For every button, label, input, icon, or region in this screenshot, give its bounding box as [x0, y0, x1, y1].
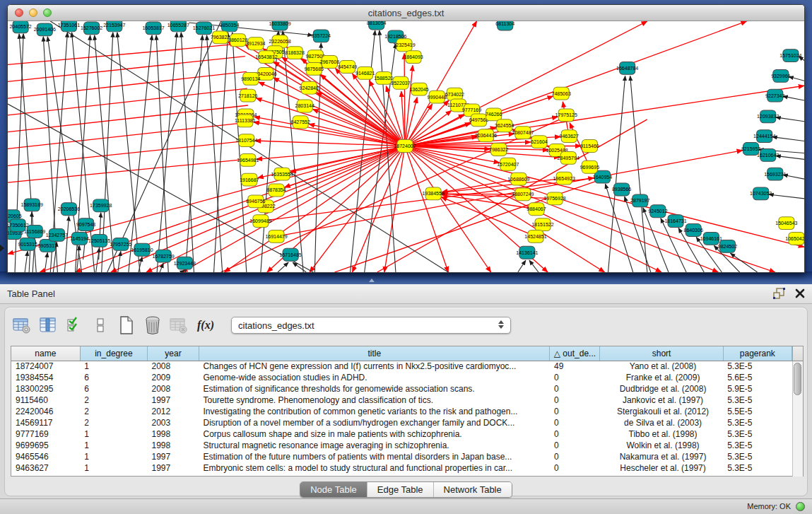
table-cell[interactable]: 22420046: [11, 406, 80, 417]
row-boxes-button[interactable]: [90, 315, 110, 335]
row-check-button[interactable]: [64, 315, 84, 335]
table-cell[interactable]: 5.3E-5: [723, 428, 792, 440]
graph-node[interactable]: 1864093: [404, 51, 423, 64]
table-cell[interactable]: 1: [80, 361, 147, 372]
graph-edge[interactable]: [317, 92, 405, 146]
table-cell[interactable]: 2: [80, 395, 147, 406]
graph-node[interactable]: 9990448: [428, 90, 447, 103]
graph-node[interactable]: 12444154: [753, 130, 775, 143]
table-cell[interactable]: 0: [550, 451, 600, 462]
table-cell[interactable]: Changes of HCN gene expression and I(f) …: [199, 361, 550, 372]
table-cell[interactable]: 1: [80, 428, 147, 440]
table-row[interactable]: 1830029562008Estimation of significance …: [11, 383, 792, 395]
table-cell[interactable]: 2008: [148, 361, 199, 372]
graph-node[interactable]: 12923448: [174, 257, 196, 269]
graph-node[interactable]: 11113381: [235, 115, 256, 127]
table-cell[interactable]: 1: [80, 462, 147, 474]
graph-edge[interactable]: [25, 251, 28, 272]
table-cell[interactable]: Structural magnetic resonance image aver…: [199, 440, 550, 451]
graph-node[interactable]: 1145194: [70, 232, 89, 245]
graph-edge[interactable]: [314, 43, 321, 272]
graph-edge[interactable]: [776, 156, 804, 159]
graph-node[interactable]: 16543812: [255, 51, 277, 64]
tab-network-table[interactable]: Network Table: [434, 482, 512, 497]
column-header-name[interactable]: name: [11, 346, 80, 361]
graph-edge[interactable]: [278, 262, 288, 272]
graph-edge[interactable]: [518, 260, 526, 272]
table-row[interactable]: 1872400712008Changes of HCN gene express…: [11, 361, 792, 372]
table-cell[interactable]: 0: [550, 406, 600, 417]
table-cell[interactable]: Tibbo et al. (1998): [600, 428, 723, 440]
graph-node[interactable]: 8454749: [338, 61, 357, 74]
column-header-title[interactable]: title: [199, 346, 550, 361]
graph-node[interactable]: 17359928: [90, 199, 112, 212]
graph-node[interactable]: 16353554: [271, 168, 293, 180]
network-window[interactable]: citations_edges.txt 18724007204055722009…: [7, 4, 805, 273]
table-cell[interactable]: 14569117: [11, 417, 80, 428]
table-row[interactable]: 911546021997Tourette syndrome. Phenomeno…: [11, 395, 792, 406]
table-cell[interactable]: 5.9E-5: [723, 383, 792, 395]
table-cell[interactable]: Investigating the contribution of common…: [199, 406, 550, 417]
graph-node[interactable]: 9463627: [560, 130, 579, 143]
table-cell[interactable]: 19384554: [11, 372, 80, 383]
graph-node[interactable]: 8860128: [228, 34, 247, 47]
graph-node[interactable]: 9227343: [765, 89, 784, 102]
graph-edge[interactable]: [107, 21, 221, 272]
graph-edge[interactable]: [233, 33, 247, 272]
table-cell[interactable]: 5.3E-5: [723, 395, 792, 406]
table-cell[interactable]: 2009: [148, 372, 199, 383]
graph-node[interactable]: 8522037: [391, 76, 410, 89]
side-panel-handle-icon[interactable]: [0, 245, 4, 252]
table-cell[interactable]: 2: [80, 417, 147, 428]
table-cell[interactable]: 9115460: [11, 395, 80, 406]
graph-node[interactable]: 8813054: [367, 21, 386, 30]
graph-edge[interactable]: [284, 146, 405, 188]
graph-node[interactable]: 14524851: [524, 230, 546, 243]
table-cell[interactable]: 49: [550, 361, 600, 372]
graph-node[interactable]: 9875685: [305, 63, 324, 76]
graph-node[interactable]: 22153947: [103, 21, 125, 32]
graph-node[interactable]: 8938566: [612, 183, 631, 196]
table-cell[interactable]: 18300295: [11, 383, 80, 395]
column-header-in_degree[interactable]: in_degree: [80, 346, 147, 361]
graph-edge[interactable]: [630, 76, 647, 272]
graph-node[interactable]: 20091406: [34, 23, 56, 36]
graph-node[interactable]: 20206536: [58, 203, 80, 216]
graph-edge[interactable]: [259, 82, 405, 146]
graph-node[interactable]: 8215953: [741, 143, 760, 156]
graph-edge[interactable]: [769, 194, 804, 199]
table-cell[interactable]: 1997: [148, 451, 199, 462]
graph-node[interactable]: 16099489: [249, 215, 271, 228]
graph-node[interactable]: 19384554: [423, 187, 445, 200]
table-cell[interactable]: 6: [80, 372, 147, 383]
graph-edge[interactable]: [206, 35, 222, 272]
graph-node[interactable]: 9115460: [580, 140, 599, 153]
graph-node[interactable]: 9245012: [648, 205, 667, 218]
graph-node[interactable]: 2879197: [630, 194, 649, 207]
table-cell[interactable]: Tourette syndrome. Phenomenology and cla…: [199, 395, 550, 406]
graph-node[interactable]: 8427552: [291, 116, 310, 129]
graph-edge[interactable]: [181, 33, 194, 272]
table-cell[interactable]: 1997: [148, 395, 199, 406]
panel-divider-grip-icon[interactable]: [369, 279, 375, 282]
table-cell[interactable]: 5.6E-5: [723, 372, 792, 383]
graph-node[interactable]: 16946161: [700, 232, 722, 245]
graph-node[interactable]: 7963822: [211, 31, 230, 44]
table-cell[interactable]: 9465546: [11, 451, 80, 462]
scrollbar-thumb[interactable]: [794, 363, 801, 395]
graph-node[interactable]: 20405572: [9, 21, 31, 33]
table-cell[interactable]: Estimation of the future numbers of pati…: [199, 451, 550, 462]
table-cell[interactable]: 5.3E-5: [723, 440, 792, 451]
table-cell[interactable]: Nakamura et al. (1997): [600, 451, 723, 462]
table-cell[interactable]: Corpus callosum shape and size in male p…: [199, 428, 550, 440]
graph-edge[interactable]: [118, 251, 121, 272]
graph-node[interactable]: 28495794: [558, 151, 579, 164]
table-cell[interactable]: 1998: [148, 440, 199, 451]
graph-node[interactable]: 10688609: [507, 173, 529, 185]
graph-node[interactable]: 18807249: [512, 188, 534, 201]
table-cell[interactable]: Dudbridge et al. (2008): [600, 383, 723, 395]
table-cell[interactable]: 2008: [148, 383, 199, 395]
table-row[interactable]: 2242004622012Investigating the contribut…: [11, 406, 792, 417]
graph-node[interactable]: 17957255: [110, 238, 131, 250]
table-row[interactable]: 946362711997Embryonic stem cells: a mode…: [11, 462, 792, 474]
